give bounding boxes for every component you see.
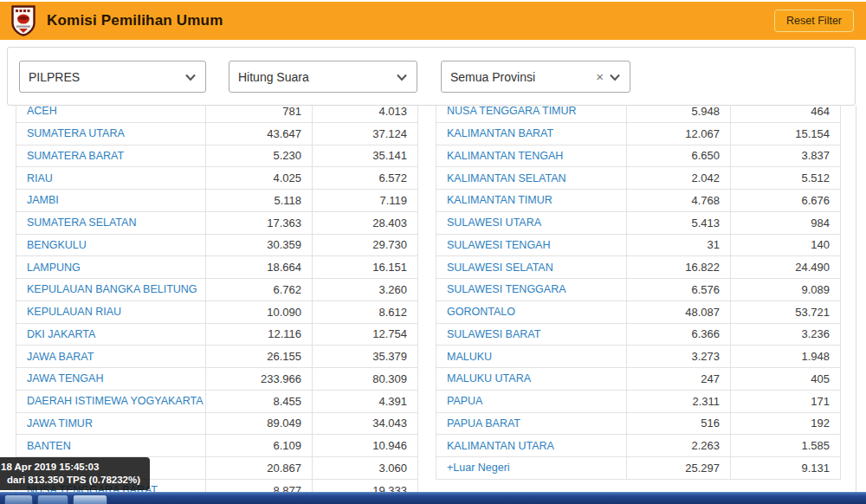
province-link[interactable]: JAMBI (16, 190, 206, 212)
province-table-left: ACEH7814.013SUMATERA UTARA43.64737.124SU… (16, 106, 418, 492)
table-row: SUMATERA BARAT5.23035.141 (16, 145, 418, 167)
province-link[interactable]: SULAWESI UTARA (436, 211, 627, 234)
vote-count-1: 6.762 (206, 279, 313, 301)
vote-count-1: 30.359 (206, 234, 313, 256)
province-link[interactable]: MALUKU (436, 346, 627, 368)
data-version-tooltip: 18 Apr 2019 15:45:03 dari 813.350 TPS (0… (0, 457, 150, 490)
table-row: DAERAH ISTIMEWA YOGYAKARTA8.4554.391 (16, 390, 418, 412)
vote-count-2: 5.512 (731, 167, 841, 190)
taskbar-strip (0, 492, 866, 504)
province-link[interactable]: KALIMANTAN UTARA (436, 435, 627, 457)
province-link[interactable]: SUMATERA BARAT (16, 145, 206, 167)
table-row: MALUKU UTARA247405 (436, 368, 841, 391)
vote-count-1: 26.155 (206, 346, 313, 368)
vote-count-1: 89.049 (206, 412, 313, 435)
election-type-select[interactable]: PILPRES (19, 61, 206, 93)
vote-count-2: 6.676 (731, 190, 841, 212)
vote-count-1: 3.273 (627, 346, 731, 368)
taskbar-item[interactable] (73, 494, 107, 504)
province-link[interactable]: ACEH (16, 106, 206, 122)
province-link[interactable]: NUSA TENGGARA TIMUR (436, 106, 627, 122)
vote-count-1: 31 (627, 234, 731, 256)
province-link[interactable]: LAMPUNG (16, 256, 206, 279)
province-link[interactable]: KALIMANTAN SELATAN (436, 167, 627, 190)
vote-count-2: 24.490 (731, 256, 841, 279)
province-link[interactable]: SULAWESI TENGAH (436, 234, 627, 256)
vote-count-2: 35.379 (313, 346, 418, 368)
table-row: KALIMANTAN UTARA2.2631.585 (436, 435, 841, 457)
province-link[interactable]: GORONTALO (436, 300, 627, 323)
tooltip-timestamp: 18 Apr 2019 15:45:03 (1, 461, 140, 474)
province-link[interactable]: MALUKU UTARA (436, 368, 627, 391)
app-header: Komisi Pemilihan Umum Reset Filter (0, 2, 866, 40)
vote-count-2: 19.333 (313, 479, 418, 492)
vote-count-1: 2.263 (627, 435, 731, 457)
vote-count-2: 9.089 (731, 279, 841, 301)
province-link[interactable]: DKI JAKARTA (16, 323, 206, 346)
vote-count-1: 2.042 (627, 167, 731, 190)
province-link[interactable]: SUMATERA UTARA (16, 122, 206, 145)
province-link[interactable]: JAWA BARAT (16, 346, 206, 368)
province-link[interactable]: JAWA TIMUR (16, 412, 206, 435)
vote-count-2: 3.236 (731, 323, 841, 346)
table-row: KEPULAUAN RIAU10.0908.612 (16, 300, 418, 323)
province-link[interactable]: SULAWESI SELATAN (436, 256, 627, 279)
reset-filter-button[interactable]: Reset Filter (774, 10, 854, 32)
table-row: SULAWESI TENGGARA6.5769.089 (436, 279, 841, 301)
province-link[interactable]: JAWA TENGAH (16, 368, 206, 391)
vote-count-2: 4.391 (313, 390, 418, 412)
province-link[interactable]: +Luar Negeri (436, 457, 627, 480)
province-link[interactable]: KALIMANTAN BARAT (436, 122, 627, 145)
clear-filter-icon[interactable]: × (596, 70, 604, 83)
vote-count-2: 4.013 (313, 106, 418, 122)
province-link[interactable]: SULAWESI BARAT (436, 323, 627, 346)
province-link[interactable]: KEPULAUAN RIAU (16, 300, 206, 323)
province-link[interactable]: RIAU (16, 167, 206, 190)
vote-count-2: 3.837 (731, 145, 841, 167)
vote-count-1: 516 (627, 412, 731, 435)
vote-count-2: 192 (731, 412, 841, 435)
province-link[interactable]: KALIMANTAN TIMUR (436, 190, 627, 212)
vote-count-2: 984 (731, 211, 841, 234)
province-select[interactable]: Semua Provinsi × (441, 61, 630, 93)
kpu-logo-icon (10, 5, 36, 36)
province-link[interactable]: BENGKULU (16, 234, 206, 256)
province-link[interactable]: KEPULAUAN BANGKA BELITUNG (16, 279, 206, 301)
vote-count-1: 5.413 (627, 211, 731, 234)
province-link[interactable]: DAERAH ISTIMEWA YOGYAKARTA (16, 390, 206, 412)
taskbar-item[interactable] (37, 494, 68, 504)
table-row: +Luar Negeri25.2979.131 (436, 457, 841, 480)
province-link[interactable]: PAPUA BARAT (436, 412, 627, 435)
province-link[interactable]: KALIMANTAN TENGAH (436, 145, 627, 167)
vote-count-1: 16.822 (627, 256, 731, 279)
province-link[interactable]: PAPUA (436, 390, 627, 412)
table-row: BENGKULU30.35929.730 (16, 234, 418, 256)
table-row: SUMATERA SELATAN17.36328.403 (16, 211, 418, 234)
vote-count-1: 48.087 (627, 300, 731, 323)
vote-count-1: 781 (206, 106, 313, 122)
vote-count-2: 28.403 (313, 211, 418, 234)
table-row: JAWA BARAT26.15535.379 (16, 346, 418, 368)
table-row: MALUKU3.2731.948 (436, 346, 841, 368)
vote-count-2: 53.721 (731, 300, 841, 323)
table-row: JAMBI5.1187.119 (16, 190, 418, 212)
table-row: KALIMANTAN TIMUR4.7686.676 (436, 190, 841, 212)
view-mode-select[interactable]: Hitung Suara (229, 61, 417, 93)
vote-count-1: 4.025 (206, 167, 313, 190)
vote-count-2: 34.043 (313, 412, 418, 435)
table-row: PAPUA BARAT516192 (436, 412, 841, 435)
taskbar-item[interactable] (4, 494, 33, 504)
province-link[interactable]: SULAWESI TENGGARA (436, 279, 627, 301)
province-link[interactable]: SUMATERA SELATAN (16, 211, 206, 234)
table-row: NUSA TENGGARA TIMUR5.948464 (436, 106, 841, 122)
vote-count-2: 405 (731, 368, 841, 391)
table-row: KALIMANTAN TENGAH6.6503.837 (436, 145, 841, 167)
vote-count-2: 9.131 (731, 457, 841, 480)
vote-count-2: 16.151 (313, 256, 418, 279)
vote-count-2: 140 (731, 234, 841, 256)
vote-count-1: 10.090 (206, 300, 313, 323)
vote-count-2: 7.119 (313, 190, 418, 212)
view-mode-value: Hitung Suara (238, 70, 391, 84)
province-link[interactable]: BANTEN (16, 435, 206, 457)
table-row: LAMPUNG18.66416.151 (16, 256, 418, 279)
